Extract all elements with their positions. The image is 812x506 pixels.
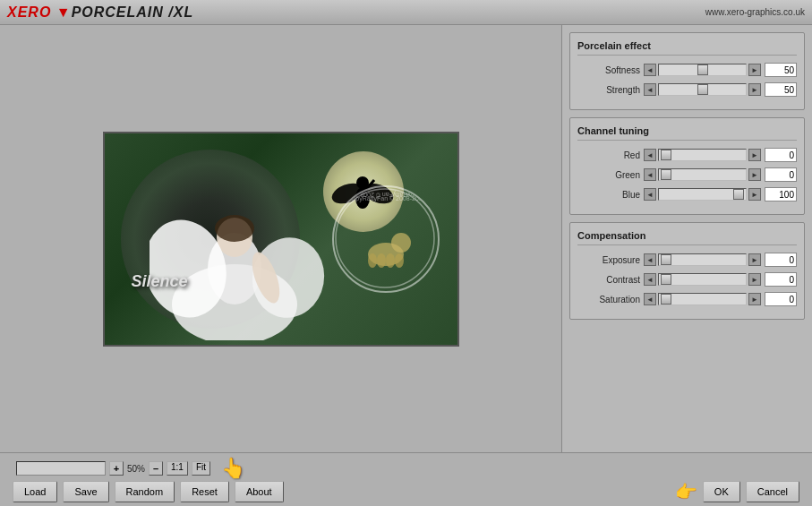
contrast-label: Contrast [577, 275, 640, 285]
blue-right-arrow[interactable]: ► [748, 188, 761, 201]
svg-point-18 [395, 253, 404, 268]
exposure-value[interactable] [765, 253, 797, 267]
contrast-left-arrow[interactable]: ◄ [644, 273, 656, 286]
ok-button[interactable]: OK [703, 481, 740, 502]
softness-slider-container: ◄ ► [644, 64, 761, 76]
svg-point-8 [215, 215, 254, 242]
saturation-right-arrow[interactable]: ► [748, 293, 761, 305]
strength-right-arrow[interactable]: ► [748, 83, 761, 96]
channel-tuning-section: Channel tuning Red ◄ ► Green ◄ [569, 117, 805, 215]
contrast-value[interactable] [765, 272, 797, 287]
contrast-slider-track[interactable] [658, 273, 747, 286]
exposure-label: Exposure [577, 255, 640, 265]
saturation-row: Saturation ◄ ► [577, 292, 797, 306]
contrast-thumb [661, 274, 671, 285]
zoom-value-label: 50% [127, 464, 145, 474]
image-preview: HappyRattyFan © 2008-2011 HappyRattyFan … [103, 132, 459, 347]
strength-row: Strength ◄ ► [577, 82, 797, 97]
blue-slider-track[interactable] [658, 188, 747, 201]
contrast-right-arrow[interactable]: ► [748, 273, 761, 286]
saturation-label: Saturation [577, 295, 640, 304]
red-row: Red ◄ ► [577, 148, 797, 162]
exposure-slider-track[interactable] [658, 253, 747, 266]
load-button[interactable]: Load [13, 481, 57, 502]
contrast-row: Contrast ◄ ► [577, 272, 797, 287]
green-row: Green ◄ ► [577, 167, 797, 182]
green-left-arrow[interactable]: ◄ [644, 168, 656, 181]
softness-thumb [697, 64, 708, 75]
blue-thumb [733, 189, 744, 200]
exposure-slider-container: ◄ ► [644, 253, 761, 266]
about-button[interactable]: About [235, 481, 284, 502]
watermark: HappyRattyFan © 2008-2011 HappyRattyFan … [332, 185, 440, 293]
blue-label: Blue [577, 190, 640, 200]
exposure-left-arrow[interactable]: ◄ [644, 253, 656, 266]
saturation-value[interactable] [765, 292, 797, 306]
svg-point-14 [391, 233, 411, 253]
exposure-right-arrow[interactable]: ► [748, 253, 761, 266]
random-button[interactable]: Random [115, 481, 175, 502]
saturation-thumb [661, 294, 671, 304]
fit-button[interactable]: Fit [192, 461, 210, 476]
strength-slider-container: ◄ ► [644, 83, 761, 96]
save-button[interactable]: Save [63, 481, 108, 502]
softness-value[interactable] [765, 63, 797, 77]
strength-label: Strength [577, 85, 640, 95]
saturation-slider-container: ◄ ► [644, 293, 761, 305]
red-value[interactable] [765, 148, 797, 162]
silence-text: Silence [132, 272, 188, 291]
porcelain-effect-section: Porcelain effect Softness ◄ ► Strength ◄ [569, 32, 805, 110]
softness-right-arrow[interactable]: ► [748, 64, 761, 76]
angel-figure [150, 188, 355, 340]
softness-label: Softness [577, 65, 640, 75]
green-label: Green [577, 170, 640, 180]
website-link[interactable]: www.xero-graphics.co.uk [705, 7, 805, 17]
softness-slider-track[interactable] [658, 64, 747, 76]
strength-slider-track[interactable] [658, 83, 747, 96]
contrast-slider-container: ◄ ► [644, 273, 761, 286]
saturation-left-arrow[interactable]: ◄ [644, 293, 656, 305]
red-left-arrow[interactable]: ◄ [644, 149, 656, 161]
zoom-minus-button[interactable]: – [149, 461, 163, 476]
blue-slider-container: ◄ ► [644, 188, 761, 201]
green-right-arrow[interactable]: ► [748, 168, 761, 181]
zoom-display [16, 461, 106, 476]
hand-up-icon: 👆 [221, 457, 245, 480]
green-value[interactable] [765, 167, 797, 182]
button-bar: Load Save Random Reset About 👉 OK Cancel [7, 481, 805, 502]
red-right-arrow[interactable]: ► [748, 149, 761, 161]
strength-thumb [697, 84, 708, 95]
compensation-title: Compensation [577, 230, 797, 245]
green-slider-track[interactable] [658, 168, 747, 181]
channel-tuning-title: Channel tuning [577, 125, 797, 141]
svg-point-16 [377, 253, 386, 268]
app-logo: XERO ▼PORCELAIN /XL [7, 4, 193, 21]
hand-right-icon: 👉 [675, 481, 697, 502]
reset-button[interactable]: Reset [180, 481, 229, 502]
blue-left-arrow[interactable]: ◄ [644, 188, 656, 201]
strength-value[interactable] [765, 82, 797, 97]
softness-left-arrow[interactable]: ◄ [644, 64, 656, 76]
one-to-one-button[interactable]: 1:1 [167, 461, 188, 476]
svg-point-17 [386, 253, 395, 268]
svg-point-15 [368, 253, 377, 268]
right-panel: Porcelain effect Softness ◄ ► Strength ◄ [561, 25, 812, 452]
blue-row: Blue ◄ ► [577, 187, 797, 202]
red-label: Red [577, 150, 640, 160]
red-slider-track[interactable] [658, 149, 747, 161]
cancel-button[interactable]: Cancel [746, 481, 799, 502]
zoom-plus-button[interactable]: + [109, 461, 124, 476]
red-thumb [661, 150, 671, 160]
saturation-slider-track[interactable] [658, 293, 747, 305]
title-bar: XERO ▼PORCELAIN /XL www.xero-graphics.co… [0, 0, 812, 25]
compensation-section: Compensation Exposure ◄ ► Contrast ◄ [569, 222, 805, 320]
strength-left-arrow[interactable]: ◄ [644, 83, 656, 96]
softness-row: Softness ◄ ► [577, 63, 797, 77]
zoom-bar: + 50% – 1:1 Fit 👆 [7, 457, 805, 480]
red-slider-container: ◄ ► [644, 149, 761, 161]
blue-value[interactable] [765, 187, 797, 202]
bottom-bar: + 50% – 1:1 Fit 👆 Load Save Random Reset… [0, 452, 812, 506]
porcelain-effect-title: Porcelain effect [577, 40, 797, 56]
main-area: HappyRattyFan © 2008-2011 HappyRattyFan … [0, 25, 812, 452]
green-slider-container: ◄ ► [644, 168, 761, 181]
